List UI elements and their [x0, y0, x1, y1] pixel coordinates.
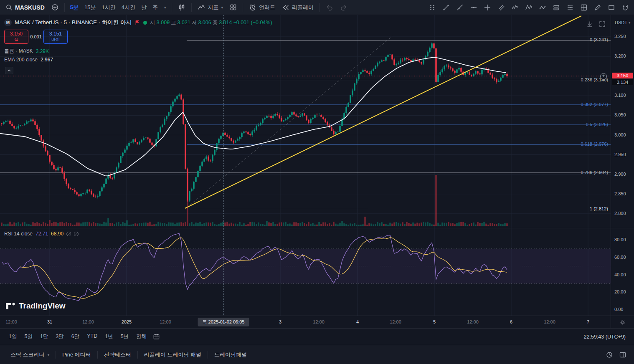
open-label: 시 [150, 19, 155, 26]
xabcd-pattern-tool[interactable] [522, 2, 535, 13]
long-position-tool[interactable] [550, 2, 563, 13]
rsi-tick: 40.00 [614, 272, 626, 277]
crosshair-time-badge: 목 2025-01-02 06:05 [198, 318, 249, 326]
draw-tool[interactable] [591, 2, 604, 13]
chart-settings-corner[interactable] [611, 316, 634, 328]
data-table-tool[interactable] [577, 2, 590, 13]
cross-line-tool[interactable] [481, 2, 494, 13]
indicators-icon [198, 4, 205, 11]
symbol-search-button[interactable]: MASKUSD [3, 2, 48, 13]
range-5일[interactable]: 5일 [20, 331, 36, 342]
panel-toggle-icon[interactable] [619, 351, 626, 359]
interval-4시간[interactable]: 4시간 [119, 2, 138, 13]
price-axis-currency-toggle[interactable]: USDT ▾ [615, 20, 630, 25]
symbol-legend-row: M MASK / TetherUS · 5 · BINANCE · 하이킨 아시… [4, 19, 272, 26]
time-tick: 31 [47, 319, 52, 324]
interval-1시간[interactable]: 1시간 [99, 2, 118, 13]
alert-clock-icon [249, 4, 256, 11]
price-chart-canvas[interactable] [0, 15, 611, 228]
legend-collapse-button[interactable] [5, 67, 13, 74]
ray-tool[interactable] [453, 2, 466, 13]
volume-legend[interactable]: 볼륨 · MASK 3.29K [4, 48, 49, 55]
alert-button[interactable]: 얼러트 [246, 2, 278, 13]
maximize-pane-button[interactable] [597, 19, 607, 29]
buy-button[interactable]: 3.151 바이 [43, 30, 68, 44]
range-1년[interactable]: 1년 [101, 331, 117, 342]
range-YTD[interactable]: YTD [83, 331, 101, 342]
timer-icon[interactable] [606, 351, 613, 359]
horizontal-line-tool[interactable] [467, 2, 480, 13]
time-tick: 12:00 [467, 319, 479, 324]
interval-주[interactable]: 주 [150, 2, 160, 13]
price-tick: 3.200 [614, 53, 626, 58]
symbol-logo: M [4, 19, 12, 26]
time-tick: 12:00 [544, 319, 555, 324]
crosshair-price-badge: 3.134 [612, 79, 633, 85]
bottom-tab-4[interactable]: 리플레이 트레이딩 패널 [138, 348, 208, 362]
redo-icon [340, 4, 347, 11]
rsi-legend[interactable]: RSI 14 close 72.71 68.90 [4, 231, 79, 237]
bottom-tab-5[interactable]: 트레이딩패널 [208, 348, 253, 362]
ema-legend[interactable]: EMA 200 close 2.967 [4, 57, 53, 63]
time-tick: 6 [510, 319, 512, 324]
abc-pattern-tool[interactable] [536, 2, 549, 13]
parallel-channel-tool[interactable] [495, 2, 507, 13]
bottom-tab-2[interactable]: Pine 에디터 [56, 348, 97, 362]
replay-button[interactable]: 리플레이 [279, 2, 317, 13]
drawing-tools-cluster [426, 2, 631, 13]
time-tick: 7 [587, 319, 589, 324]
time-axis[interactable]: 목 2025-01-02 06:05 12:003112:00202512:00… [0, 316, 611, 328]
market-status-dot[interactable] [143, 21, 147, 25]
sell-button[interactable]: 3.150 셀 [4, 30, 28, 44]
goto-date-button[interactable] [153, 333, 160, 340]
gear-icon [619, 319, 626, 326]
object-tree-tool[interactable] [426, 2, 439, 13]
high-label: 고 [171, 19, 176, 26]
bottom-tab-3[interactable]: 전략테스터 [98, 348, 137, 362]
server-clock[interactable]: 22:59:43 (UTC+9) [584, 334, 629, 340]
indicators-button[interactable]: 지표 ▾ [195, 2, 226, 13]
interval-날[interactable]: 날 [139, 2, 149, 13]
interval-5분[interactable]: 5분 [68, 2, 81, 13]
fib-level-label: 0.618 (2.976) [581, 142, 608, 147]
scroll-to-recent-button[interactable] [585, 19, 595, 29]
long-position-icon [553, 4, 560, 11]
rectangle-tool[interactable] [605, 2, 618, 13]
redo-button[interactable] [337, 2, 350, 13]
ema-legend-title: EMA 200 close [4, 57, 38, 63]
magnet-tool[interactable] [619, 2, 631, 13]
symbol-search-value: MASKUSD [15, 4, 45, 11]
compare-add-symbol-button[interactable] [48, 2, 61, 13]
forecast-tool[interactable] [563, 2, 576, 13]
undo-button[interactable] [323, 2, 336, 13]
trend-line-icon [442, 4, 450, 11]
add-order-plus-button[interactable]: + [600, 73, 607, 80]
range-전체[interactable]: 전체 [132, 331, 150, 342]
range-3달[interactable]: 3달 [52, 331, 67, 342]
range-5년[interactable]: 5년 [117, 331, 132, 342]
tradingview-watermark: TradingView [5, 301, 66, 311]
flag-icon[interactable] [134, 20, 140, 25]
interval-dropdown[interactable]: ▾ [161, 4, 169, 11]
range-6달[interactable]: 6달 [68, 331, 83, 342]
symbol-title[interactable]: MASK / TetherUS · 5 · BINANCE · 하이킨 아시 [15, 19, 132, 26]
interval-15분[interactable]: 15분 [82, 2, 98, 13]
chart-style-button[interactable] [175, 2, 188, 13]
interval-group: 5분15분1시간4시간날주 [68, 2, 160, 13]
plus-circle-icon [51, 4, 58, 11]
replay-label: 리플레이 [292, 4, 314, 11]
bottom-tab-1[interactable]: 스탁 스크리너▾ [4, 348, 56, 362]
layout-templates-button[interactable] [227, 2, 240, 13]
buy-price: 3.151 [49, 31, 62, 37]
bottom-right-icons [606, 351, 630, 359]
pane-divider[interactable] [0, 228, 634, 228]
range-1일[interactable]: 1일 [5, 331, 20, 342]
elliott-wave-tool[interactable] [508, 2, 521, 13]
price-tick: 2.850 [614, 191, 626, 196]
rsi-chart-canvas[interactable] [0, 228, 611, 316]
fib-level-label: 0.382 (3.077) [581, 102, 608, 107]
range-1달[interactable]: 1달 [36, 331, 52, 342]
sell-label: 셀 [14, 37, 18, 42]
price-axis[interactable]: USDT ▾ 3.2503.2003.1003.0503.0002.9502.9… [611, 15, 634, 316]
trend-line-tool[interactable] [439, 2, 452, 13]
